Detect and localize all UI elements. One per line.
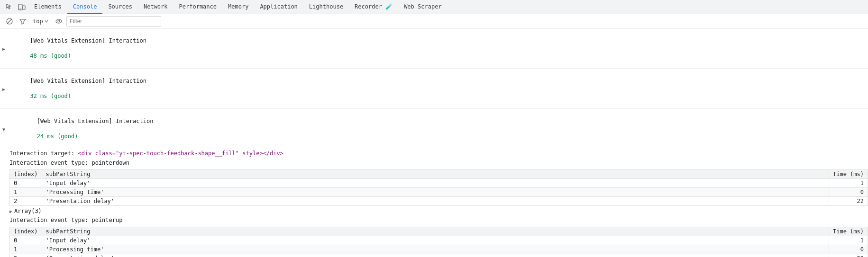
event-label-2: Interaction event type: xyxy=(9,217,88,223)
log-prefix-3: [Web Vitals Extension] Interaction xyxy=(37,118,154,124)
inspect-icon[interactable] xyxy=(4,1,15,13)
tab-bar: Elements Console Sources Network Perform… xyxy=(0,0,868,14)
tab-lighthouse[interactable]: Lighthouse xyxy=(303,0,349,14)
clear-console-button[interactable] xyxy=(4,16,15,27)
context-label: top xyxy=(33,18,43,25)
tab-elements[interactable]: Elements xyxy=(28,0,67,14)
log-space-1 xyxy=(30,45,33,52)
td-time-2-0: 1 xyxy=(829,236,868,245)
td-sub-2-2: 'Presentation delay' xyxy=(42,254,829,257)
device-icon[interactable] xyxy=(16,1,27,13)
table-row: 1 'Processing time' 0 xyxy=(10,245,868,254)
interaction-target-label: Interaction target: xyxy=(9,150,74,157)
td-time-1-1: 0 xyxy=(829,188,868,197)
filter-input[interactable] xyxy=(66,16,161,27)
array-label-1: Array(3) xyxy=(14,208,42,214)
expand-arrow-3[interactable] xyxy=(0,126,8,132)
table-2: (index) subPartString Time (ms) 0 'Input… xyxy=(9,227,868,257)
tab-sources[interactable]: Sources xyxy=(102,0,138,14)
tab-application[interactable]: Application xyxy=(254,0,303,14)
tab-console[interactable]: Console xyxy=(67,0,103,14)
chevron-down-icon xyxy=(44,19,49,24)
th-subpart-2: subPartString xyxy=(42,227,829,236)
svg-point-5 xyxy=(56,19,62,23)
svg-rect-1 xyxy=(23,6,25,9)
log-entry-2[interactable]: [Web Vitals Extension] Interaction 32 ms… xyxy=(0,69,868,109)
table-1-wrapper: (index) subPartString Time (ms) 0 'Input… xyxy=(0,168,868,207)
tab-memory[interactable]: Memory xyxy=(222,0,254,14)
td-time-2-2: 23 xyxy=(829,254,868,257)
table-1: (index) subPartString Time (ms) 0 'Input… xyxy=(9,169,868,206)
log-prefix-2: [Web Vitals Extension] Interaction xyxy=(30,78,146,84)
event-value-1: pointerdown xyxy=(91,160,129,166)
expand-arrow-2[interactable] xyxy=(0,86,8,92)
tab-network[interactable]: Network xyxy=(138,0,174,14)
log-time-2: 32 ms (good) xyxy=(30,93,71,99)
th-index-2: (index) xyxy=(10,227,42,236)
svg-point-6 xyxy=(58,20,60,22)
console-output: [Web Vitals Extension] Interaction 48 ms… xyxy=(0,28,868,257)
td-time-2-1: 0 xyxy=(829,245,868,254)
tab-webscraper[interactable]: Web Scraper xyxy=(398,0,447,14)
log-space-2 xyxy=(30,85,33,92)
th-time-2: Time (ms) xyxy=(829,227,868,236)
td-idx-2-0: 0 xyxy=(10,236,42,245)
tab-performance[interactable]: Performance xyxy=(174,0,222,14)
th-index-1: (index) xyxy=(10,170,42,179)
log-time-1: 48 ms (good) xyxy=(30,53,71,59)
table-2-wrapper: (index) subPartString Time (ms) 0 'Input… xyxy=(0,225,868,257)
eye-button[interactable] xyxy=(53,16,64,27)
table-row: 0 'Input delay' 1 xyxy=(10,236,868,245)
interaction-event-2: Interaction event type: pointerup xyxy=(0,215,868,225)
td-sub-1-1: 'Processing time' xyxy=(42,188,829,197)
log-line-2: [Web Vitals Extension] Interaction 32 ms… xyxy=(8,69,868,108)
td-time-1-0: 1 xyxy=(829,179,868,188)
td-sub-1-2: 'Presentation delay' xyxy=(42,197,829,206)
th-time-1: Time (ms) xyxy=(829,170,868,179)
filter-toggle-button[interactable] xyxy=(17,16,28,27)
td-sub-1-0: 'Input delay' xyxy=(42,179,829,188)
interaction-target: Interaction target: <div class="yt-spec-… xyxy=(0,149,868,158)
interaction-event-1: Interaction event type: pointerdown xyxy=(0,158,868,168)
tab-recorder[interactable]: Recorder 🧪 xyxy=(349,0,398,14)
log-prefix-1: [Web Vitals Extension] Interaction xyxy=(30,37,146,44)
td-idx-2-1: 1 xyxy=(10,245,42,254)
log-entry-1[interactable]: [Web Vitals Extension] Interaction 48 ms… xyxy=(0,28,868,69)
td-sub-2-0: 'Input delay' xyxy=(42,236,829,245)
td-idx-1-0: 0 xyxy=(10,179,42,188)
th-subpart-1: subPartString xyxy=(42,170,829,179)
svg-line-4 xyxy=(7,19,12,24)
td-idx-1-1: 1 xyxy=(10,188,42,197)
array-expand-1[interactable]: ▶ Array(3) xyxy=(0,207,868,215)
expand-arrow-1[interactable] xyxy=(0,45,8,52)
log-time-3: 24 ms (good) xyxy=(37,133,78,140)
log-entry-3-header[interactable]: [Web Vitals Extension] Interaction 24 ms… xyxy=(0,109,868,149)
console-toolbar: top xyxy=(0,14,868,28)
table-row: 1 'Processing time' 0 xyxy=(10,188,868,197)
td-time-1-2: 22 xyxy=(829,197,868,206)
array-arrow-1: ▶ xyxy=(9,209,12,214)
td-sub-2-1: 'Processing time' xyxy=(42,245,829,254)
td-idx-2-2: 2 xyxy=(10,254,42,257)
table-row: 2 'Presentation delay' 22 xyxy=(10,197,868,206)
log-space-3 xyxy=(37,125,40,132)
table-row: 0 'Input delay' 1 xyxy=(10,179,868,188)
context-selector[interactable]: top xyxy=(30,16,51,27)
interaction-target-value: <div class="yt-spec-touch-feedback-shape… xyxy=(78,150,283,157)
table-row: 2 'Presentation delay' 23 xyxy=(10,254,868,257)
log-line-3: [Web Vitals Extension] Interaction 24 ms… xyxy=(8,109,868,149)
log-line-1: [Web Vitals Extension] Interaction 48 ms… xyxy=(8,28,868,68)
event-value-2: pointerup xyxy=(91,217,122,223)
log-entry-3: [Web Vitals Extension] Interaction 24 ms… xyxy=(0,109,868,257)
td-idx-1-2: 2 xyxy=(10,197,42,206)
event-label-1: Interaction event type: xyxy=(9,160,88,166)
